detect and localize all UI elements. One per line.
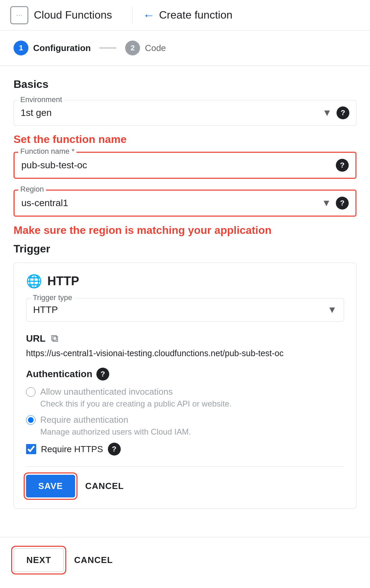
require-https-label: Require HTTPS [41,444,103,455]
region-field: Region us-central1 ▼ ? [14,190,356,217]
url-label: URL [26,333,46,344]
logo-icon: ··· [10,6,28,24]
authentication-section: Authentication ? [26,368,344,381]
radio-require-auth-description: Manage authorized users with Cloud IAM. [40,427,344,437]
region-annotation: Make sure the region is matching your ap… [14,224,356,237]
environment-help-icon[interactable]: ? [337,106,349,119]
trigger-http-header: 🌐 HTTP [26,274,344,289]
function-name-field: Function name ? [14,152,356,179]
page-title: Create function [159,9,232,21]
trigger-type-field: Trigger type HTTP ▼ [26,298,344,322]
radio-unauthenticated-input[interactable] [26,387,36,397]
save-button[interactable]: SAVE [26,475,75,497]
authentication-help-icon[interactable]: ? [96,368,109,381]
back-arrow-icon: ← [143,8,155,22]
step-1-circle: 1 [14,41,28,55]
radio-require-auth-input[interactable] [26,415,36,425]
function-name-label: Function name [18,147,76,156]
trigger-type-label: Trigger type [31,293,74,302]
step-2-label: Code [145,43,166,53]
url-row: URL ⧉ [26,333,344,344]
step-1[interactable]: 1 Configuration [14,41,91,55]
environment-value: 1st gen [21,107,322,118]
stepper: 1 Configuration 2 Code [0,30,370,66]
radio-option-unauthenticated: Allow unauthenticated invocations Check … [26,387,344,409]
region-label: Region [18,185,46,194]
cancel-bottom-button[interactable]: CANCEL [74,555,113,565]
radio-row-1: Allow unauthenticated invocations [26,387,344,397]
copy-icon[interactable]: ⧉ [51,333,58,344]
radio-unauthenticated-description: Check this if you are creating a public … [40,399,344,409]
header-divider [132,7,133,24]
main-content: Basics Environment 1st gen ▼ ? Set the f… [0,66,370,532]
trigger-buttons: SAVE CANCEL [26,466,344,497]
app-name: Cloud Functions [34,9,112,21]
region-value: us-central1 [21,198,322,209]
trigger-box: 🌐 HTTP Trigger type HTTP ▼ URL ⧉ https:/… [14,263,356,509]
region-help-icon[interactable]: ? [336,197,349,210]
globe-icon: 🌐 [26,274,42,289]
environment-dropdown[interactable]: 1st gen ▼ ? [14,100,356,126]
step-2[interactable]: 2 Code [125,41,166,55]
environment-dropdown-icons: ▼ ? [322,106,349,119]
cancel-trigger-button[interactable]: CANCEL [85,481,124,491]
authentication-label: Authentication [26,369,92,379]
require-https-row: Require HTTPS ? [26,443,344,456]
region-dropdown-arrow-icon: ▼ [322,198,331,209]
set-function-name-annotation: Set the function name [14,133,356,146]
step-1-label: Configuration [33,43,91,53]
app-logo: ··· Cloud Functions [10,6,112,24]
header: ··· Cloud Functions ← Create function [0,0,370,30]
basics-heading: Basics [14,78,356,91]
environment-label: Environment [18,95,64,104]
radio-row-2: Require authentication [26,415,344,425]
environment-dropdown-arrow-icon: ▼ [322,107,332,118]
function-name-help-icon[interactable]: ? [336,159,349,172]
radio-option-require-auth: Require authentication Manage authorized… [26,415,344,437]
trigger-type-value: HTTP [33,304,327,315]
http-label: HTTP [47,274,79,288]
environment-field: Environment 1st gen ▼ ? [14,100,356,126]
require-https-checkbox[interactable] [26,444,36,454]
step-2-circle: 2 [125,41,140,55]
next-button[interactable]: NEXT [14,548,64,572]
function-name-input[interactable] [21,160,336,171]
radio-require-auth-label: Require authentication [40,415,128,425]
url-value: https://us-central1-visionai-testing.clo… [26,348,344,358]
trigger-section-heading: Trigger [14,243,356,255]
region-dropdown[interactable]: us-central1 ▼ ? [14,190,356,217]
require-https-help-icon[interactable]: ? [108,443,121,456]
trigger-type-arrow-icon: ▼ [327,304,337,315]
step-divider [99,48,116,48]
function-name-input-wrapper[interactable]: ? [14,152,356,179]
radio-unauthenticated-label: Allow unauthenticated invocations [40,387,173,397]
back-button[interactable]: ← Create function [143,8,232,22]
region-dropdown-icons: ▼ ? [322,197,349,210]
bottom-navigation: NEXT CANCEL [0,537,370,583]
